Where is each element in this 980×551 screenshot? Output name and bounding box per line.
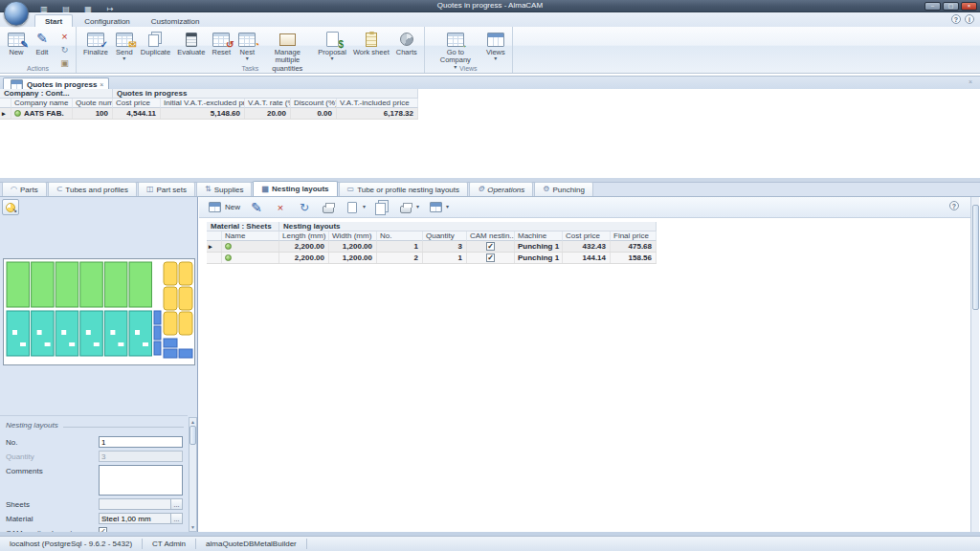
material-input[interactable]: [99, 513, 171, 524]
export-button[interactable]: [321, 199, 336, 216]
grid2-icon: [207, 199, 222, 216]
quantity-input: [99, 451, 183, 462]
current-row-icon: ▸: [209, 241, 212, 252]
pages-icon: [147, 31, 163, 48]
close-tab-icon[interactable]: ×: [100, 81, 103, 88]
ribbon-button-new[interactable]: ✎New: [4, 28, 29, 57]
tab-operations[interactable]: ⚙Operations: [469, 182, 533, 196]
minimize-button[interactable]: –: [924, 2, 941, 11]
scroll-thumb[interactable]: [189, 426, 196, 445]
select-tool-button[interactable]: ↘: [2, 199, 19, 215]
ribbon-button-evaluate[interactable]: Evaluate: [174, 28, 208, 57]
column-header-quote-number[interactable]: Quote number: [73, 99, 113, 108]
tab-nesting-layouts[interactable]: ▦Nesting layouts: [253, 181, 337, 196]
quote-row[interactable]: ▸AATS FAB.1004,544.115,148.6020.000.006,…: [0, 108, 418, 120]
tab-supplies[interactable]: ⇅Supplies: [196, 182, 252, 196]
column-header-final-price[interactable]: Final price: [611, 231, 657, 241]
column-header-cost-price[interactable]: Cost price: [563, 231, 611, 241]
ribbon-button-duplicate[interactable]: Duplicate: [138, 28, 173, 57]
nesting-form: Nesting layouts No. Quantity Comments Sh…: [0, 415, 188, 532]
column-header-cost-price[interactable]: Cost price: [113, 99, 161, 108]
ribbon-button-go-to-company[interactable]: →Go to Company▾: [429, 28, 482, 71]
no-input[interactable]: [99, 436, 183, 448]
material-picker-button[interactable]: ...: [171, 513, 183, 524]
ribbon-button-charts[interactable]: Charts: [393, 28, 420, 57]
delete-button[interactable]: ×: [273, 199, 288, 216]
ribbon-button-views[interactable]: Views▾: [483, 28, 508, 62]
tab-punching[interactable]: ⚙Punching: [534, 182, 593, 196]
close-button[interactable]: ×: [961, 2, 977, 11]
status-green-icon: [225, 254, 232, 261]
close-panel-icon[interactable]: ×: [969, 78, 972, 85]
tab-tube-or-profile-nesting-layouts[interactable]: ▭Tube or profile nesting layouts: [339, 182, 468, 196]
ribbon-tab-customization[interactable]: Customization: [142, 15, 210, 27]
maximize-button[interactable]: ▢: [943, 2, 959, 11]
column-header-v-a-t-included-price[interactable]: V.A.T.-included price: [337, 99, 418, 108]
column-header-initial-v-a-t-excluded-price[interactable]: Initial V.A.T.-excluded price: [161, 99, 245, 108]
column-header-machine[interactable]: Machine: [515, 231, 563, 241]
column-header-no[interactable]: No.: [377, 231, 423, 241]
transfer-button[interactable]: [374, 199, 390, 216]
value-cell: 2,200.00: [279, 241, 329, 252]
sheets-input[interactable]: [99, 498, 171, 510]
column-chooser-button[interactable]: ▾: [428, 199, 449, 216]
left-panel-scrollbar[interactable]: ▲ ▼: [189, 417, 197, 532]
info-icon[interactable]: i: [965, 14, 974, 24]
band-header-company-cont: Company : Cont...: [0, 89, 113, 99]
ribbon-button-work-sheet[interactable]: Work sheet: [350, 28, 392, 57]
no-label: No.: [6, 436, 99, 447]
comments-input[interactable]: [99, 465, 183, 496]
row-indicator-cell: ▸: [207, 241, 222, 252]
new-document-button[interactable]: ▾: [345, 199, 366, 216]
tab-parts[interactable]: ◠Parts: [2, 182, 47, 196]
nesting-layout-row[interactable]: 2,200.001,200.0021✓Punching 1144.14158.5…: [207, 253, 657, 264]
ribbon-button-reset[interactable]: ↺Reset: [209, 28, 234, 57]
value-cell: 2,200.00: [279, 253, 329, 263]
edit-button[interactable]: ✎: [249, 199, 264, 216]
print-button[interactable]: ▾: [398, 199, 419, 216]
tab-tubes-and-profiles[interactable]: ⊂Tubes and profiles: [48, 182, 137, 196]
ribbon-button-send[interactable]: ✉Send▾: [112, 28, 137, 62]
column-header-name[interactable]: Name: [222, 231, 279, 241]
part-set-icon: ◫: [146, 186, 154, 193]
ribbon-button-proposal[interactable]: $Proposal▾: [315, 28, 349, 62]
column-header-v-a-t-rate[interactable]: V.A.T. rate (%): [245, 99, 291, 108]
ribbon-button-finalize[interactable]: ✓Finalize: [80, 28, 111, 57]
company-name-cell: AATS FAB.: [11, 108, 73, 119]
sheets-picker-button[interactable]: ...: [171, 498, 183, 510]
row-indicator-header: [0, 99, 11, 108]
ribbon-tab-start[interactable]: Start: [34, 14, 73, 27]
column-header-discount[interactable]: Discount (%): [291, 99, 337, 108]
nesting-detail-panel: ↘ Ne: [0, 197, 198, 532]
cam-nesting-checkbox[interactable]: ✓: [486, 242, 495, 251]
ribbon-button-label: Duplicate: [141, 49, 170, 56]
nesting-layout-row[interactable]: ▸2,200.001,200.0013✓Punching 1432.43475.…: [207, 241, 657, 253]
column-header-quantity[interactable]: Quantity: [423, 231, 467, 241]
dropdown-arrow-icon: ▾: [494, 56, 497, 61]
column-header-company-name[interactable]: Company name: [11, 99, 73, 108]
nesting-preview-canvas[interactable]: [3, 258, 195, 365]
help-icon[interactable]: ?: [949, 201, 959, 210]
column-header-width-mm[interactable]: Width (mm): [329, 231, 377, 241]
value-cell: 1,200.00: [329, 241, 377, 252]
tab-label: Tube or profile nesting layouts: [357, 186, 459, 194]
new-button[interactable]: New: [207, 199, 240, 216]
column-header-cam-nestin[interactable]: CAM nestin...: [467, 231, 515, 241]
ribbon-button-edit[interactable]: ✎Edit: [30, 28, 55, 57]
company-name-text: AATS FAB.: [24, 108, 64, 119]
scroll-down-icon[interactable]: ▼: [189, 523, 196, 531]
tab-part-sets[interactable]: ◫Part sets: [138, 182, 195, 196]
refresh-button[interactable]: ↻: [297, 199, 312, 216]
status-green-icon: [14, 110, 21, 117]
help-icon[interactable]: ?: [951, 14, 961, 24]
scroll-up-icon[interactable]: ▲: [189, 418, 196, 426]
ribbon-button-nest[interactable]: ◔Nest▾: [234, 28, 259, 62]
app-menu-button[interactable]: [4, 1, 29, 26]
price-cell: 432.43: [563, 241, 611, 252]
cam-nesting-checkbox[interactable]: ✓: [486, 253, 495, 262]
tab-label: Parts: [20, 186, 38, 194]
column-header-length-mm[interactable]: Length (mm): [279, 231, 329, 241]
scroll-thumb[interactable]: [972, 205, 979, 310]
main-scrollbar[interactable]: [970, 197, 979, 532]
ribbon-tab-configuration[interactable]: Configuration: [75, 15, 140, 27]
